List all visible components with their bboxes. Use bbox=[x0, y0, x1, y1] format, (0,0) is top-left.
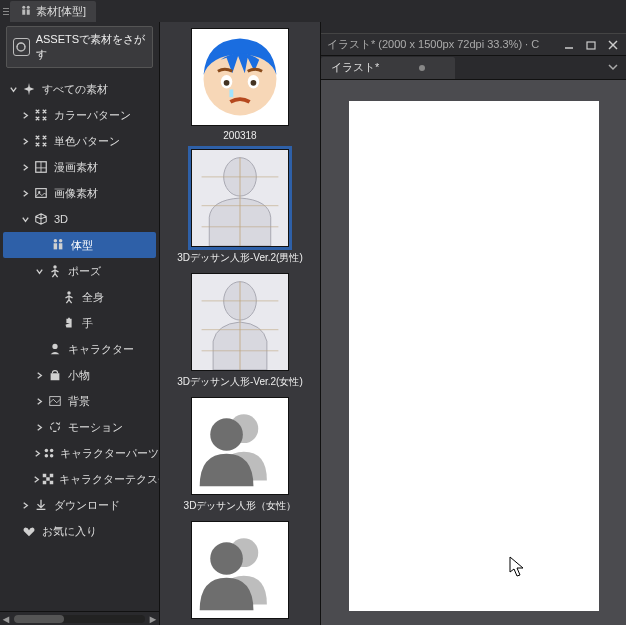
material-item-2[interactable]: 3Dデッサン人形-Ver.2(女性) bbox=[160, 273, 320, 389]
tree-item-11[interactable]: 小物 bbox=[0, 362, 159, 388]
tree-item-1[interactable]: カラーパターン bbox=[0, 102, 159, 128]
tree-item-2[interactable]: 単色パターン bbox=[0, 128, 159, 154]
svg-point-35 bbox=[251, 80, 257, 86]
sidebar-h-scrollbar[interactable]: ◄ ► bbox=[0, 611, 159, 625]
tree-item-3[interactable]: 漫画素材 bbox=[0, 154, 159, 180]
svg-point-23 bbox=[50, 454, 54, 458]
chevron-down-icon bbox=[18, 215, 32, 224]
material-label: 3Dデッサン人形（女性） bbox=[175, 499, 305, 513]
document-tab-label: イラスト* bbox=[331, 60, 379, 75]
material-item-4[interactable] bbox=[160, 521, 320, 623]
chevron-right-icon bbox=[32, 423, 46, 432]
svg-point-19 bbox=[51, 423, 60, 432]
canvas-window-title: イラスト* (2000 x 1500px 72dpi 33.3%) · C bbox=[327, 37, 562, 52]
svg-point-51 bbox=[210, 418, 243, 451]
body-icon bbox=[20, 5, 32, 17]
panel-tab-bar: 素材[体型] bbox=[0, 0, 626, 22]
tree-item-label: お気に入り bbox=[42, 524, 97, 539]
tree-item-17[interactable]: お気に入り bbox=[0, 518, 159, 544]
tree-item-label: 体型 bbox=[71, 238, 93, 253]
person-icon bbox=[60, 290, 78, 304]
material-item-1[interactable]: 3Dデッサン人形-Ver.2(男性) bbox=[160, 149, 320, 265]
material-thumbnail bbox=[191, 397, 289, 495]
scroll-thumb[interactable] bbox=[14, 615, 64, 623]
assets-search-label: ASSETSで素材をさがす bbox=[36, 32, 146, 62]
chevron-right-icon bbox=[18, 137, 32, 146]
tree-item-label: キャラクターテクスチャ bbox=[59, 472, 159, 487]
tree-item-label: ダウンロード bbox=[54, 498, 120, 513]
sparkle-icon bbox=[20, 82, 38, 96]
assets-logo-icon bbox=[13, 38, 30, 56]
svg-point-14 bbox=[53, 265, 57, 269]
svg-point-12 bbox=[59, 239, 63, 243]
tree-item-0[interactable]: すべての素材 bbox=[0, 76, 159, 102]
tree-item-10[interactable]: キャラクター bbox=[0, 336, 159, 362]
material-label: 3Dデッサン人形-Ver.2(男性) bbox=[175, 251, 305, 265]
image-icon bbox=[32, 186, 50, 200]
material-thumbnail bbox=[191, 149, 289, 247]
scroll-track[interactable] bbox=[14, 615, 145, 623]
canvas-paper[interactable] bbox=[349, 101, 599, 611]
panel-icon bbox=[32, 160, 50, 174]
tree-item-6[interactable]: 体型 bbox=[3, 232, 156, 258]
motion-icon bbox=[46, 420, 64, 434]
tree-item-7[interactable]: ポーズ bbox=[0, 258, 159, 284]
panel-tab-materials[interactable]: 素材[体型] bbox=[10, 1, 96, 22]
tree-item-15[interactable]: キャラクターテクスチャ bbox=[0, 466, 159, 492]
modified-indicator-icon bbox=[419, 65, 425, 71]
tree-item-label: 3D bbox=[54, 213, 68, 225]
svg-point-20 bbox=[45, 449, 49, 453]
tree-item-label: キャラクター bbox=[68, 342, 134, 357]
tree-item-13[interactable]: モーション bbox=[0, 414, 159, 440]
tree-item-label: モーション bbox=[68, 420, 123, 435]
pattern-icon bbox=[32, 108, 50, 122]
tree-item-label: ポーズ bbox=[68, 264, 101, 279]
tree-item-5[interactable]: 3D bbox=[0, 206, 159, 232]
material-item-0[interactable]: 200318 bbox=[160, 28, 320, 141]
bag-icon bbox=[46, 368, 64, 382]
canvas-viewport[interactable] bbox=[321, 80, 626, 625]
material-item-3[interactable]: 3Dデッサン人形（女性） bbox=[160, 397, 320, 513]
document-tab[interactable]: イラスト* bbox=[321, 57, 455, 79]
char-icon bbox=[46, 342, 64, 356]
document-tab-dropdown[interactable] bbox=[600, 62, 626, 74]
material-label: 200318 bbox=[175, 130, 305, 141]
svg-rect-28 bbox=[50, 481, 54, 485]
svg-rect-11 bbox=[54, 243, 58, 249]
tree-item-9[interactable]: 手 bbox=[0, 310, 159, 336]
tree-item-4[interactable]: 画像素材 bbox=[0, 180, 159, 206]
scroll-right-arrow-icon[interactable]: ► bbox=[147, 613, 159, 625]
tree-item-label: 背景 bbox=[68, 394, 90, 409]
svg-point-10 bbox=[54, 239, 58, 243]
chevron-right-icon bbox=[32, 475, 41, 484]
svg-rect-24 bbox=[43, 474, 47, 478]
tree-item-label: 小物 bbox=[68, 368, 90, 383]
tree-item-12[interactable]: 背景 bbox=[0, 388, 159, 414]
material-thumbnail bbox=[191, 28, 289, 126]
chevron-right-icon bbox=[18, 189, 32, 198]
chevron-right-icon bbox=[18, 111, 32, 120]
drag-handle-icon[interactable] bbox=[0, 8, 10, 15]
svg-point-15 bbox=[67, 291, 71, 295]
maximize-button[interactable] bbox=[584, 38, 598, 52]
tree-item-label: 画像素材 bbox=[54, 186, 98, 201]
canvas-panel: イラスト* (2000 x 1500px 72dpi 33.3%) · C イラ… bbox=[320, 22, 626, 625]
minimize-button[interactable] bbox=[562, 38, 576, 52]
assets-search-button[interactable]: ASSETSで素材をさがす bbox=[6, 26, 153, 68]
parts-icon bbox=[42, 446, 56, 460]
document-tab-bar: イラスト* bbox=[321, 56, 626, 80]
chevron-down-icon bbox=[6, 85, 20, 94]
tree-item-14[interactable]: キャラクターパーツ bbox=[0, 440, 159, 466]
heart-icon bbox=[20, 524, 38, 538]
close-button[interactable] bbox=[606, 38, 620, 52]
svg-point-2 bbox=[27, 6, 30, 9]
person-icon bbox=[46, 264, 64, 278]
download-icon bbox=[32, 498, 50, 512]
tree-item-8[interactable]: 全身 bbox=[0, 284, 159, 310]
material-list: 2003183Dデッサン人形-Ver.2(男性)3Dデッサン人形-Ver.2(女… bbox=[160, 22, 320, 625]
tree-item-16[interactable]: ダウンロード bbox=[0, 492, 159, 518]
scroll-left-arrow-icon[interactable]: ◄ bbox=[0, 613, 12, 625]
svg-rect-3 bbox=[27, 10, 30, 15]
canvas-window-titlebar[interactable]: イラスト* (2000 x 1500px 72dpi 33.3%) · C bbox=[321, 34, 626, 56]
svg-rect-1 bbox=[22, 10, 25, 15]
